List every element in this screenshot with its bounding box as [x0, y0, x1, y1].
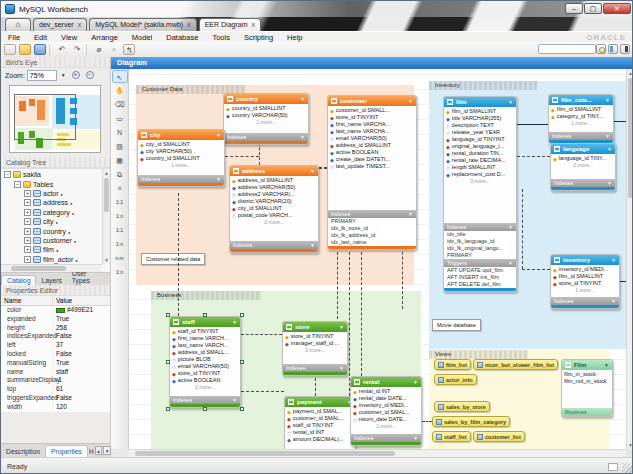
tree-expander-icon[interactable]: + — [24, 246, 31, 253]
diagram-canvas[interactable]: Customer DataInventoryBusinessViewscount… — [129, 69, 626, 449]
tree-expander-icon[interactable]: + — [24, 256, 31, 263]
collapse-icon[interactable]: ▼ — [604, 362, 609, 368]
table-figure-store[interactable]: store▼◆store_id TINYINT◆manager_staff_id… — [282, 321, 348, 376]
table-figure-country[interactable]: country▼◆country_id SMALLINT◆country VAR… — [223, 93, 309, 145]
tool-hand-icon[interactable]: ✋ — [112, 84, 128, 97]
tab-dev-server[interactable]: dev_serverx — [33, 18, 87, 31]
tree-item-category[interactable]: +category — [1, 208, 102, 217]
view-figure-nicer_but_slower_film_list[interactable]: nicer_but_slower_film_list — [473, 359, 558, 370]
tool-routine-group-icon[interactable]: ≡ — [112, 182, 128, 195]
table-figure-staff[interactable]: staff▼◆staff_id TINYINT◆first_name VARCH… — [169, 316, 241, 408]
more-columns-label[interactable]: 2 more... — [551, 162, 615, 169]
table-header[interactable]: payment▼ — [285, 397, 355, 407]
indexes-section-header[interactable]: Indexes▼ — [444, 223, 516, 231]
tree-item-customer[interactable]: +customer — [1, 236, 102, 245]
toggle-grid-icon[interactable]: ▫ — [108, 44, 120, 55]
indexes-section-header[interactable]: Indexes▼ — [549, 132, 613, 140]
property-row[interactable]: triggersExpandedFalse — [1, 394, 110, 403]
more-columns-label[interactable]: 3 more... — [444, 178, 516, 185]
collapse-icon[interactable]: ▼ — [605, 132, 610, 140]
table-figure-customer[interactable]: customer▼◆customer_id SMALL...◆store_id … — [327, 95, 417, 250]
collapse-icon[interactable]: ▼ — [508, 99, 513, 105]
home-tab[interactable]: ⌂ — [5, 18, 31, 31]
property-row[interactable]: manualSizingTrue — [1, 359, 110, 368]
indexes-section-header[interactable]: Indexes▼ — [351, 434, 421, 442]
tool-rel-1-n-non-id-icon[interactable]: 1:n — [112, 210, 128, 223]
collapse-icon[interactable]: ▼ — [216, 132, 221, 138]
birds-eye-minimap[interactable] — [9, 85, 101, 153]
view-figure-staff_list[interactable]: staff_list — [432, 431, 471, 442]
table-header[interactable]: staff▼ — [170, 317, 240, 327]
new-page-icon[interactable]: ↰ — [123, 44, 135, 55]
property-row[interactable]: top61 — [1, 385, 110, 394]
collapse-icon[interactable]: ▼ — [339, 364, 344, 372]
tree-item-city[interactable]: +city — [1, 217, 102, 226]
more-columns-label[interactable]: 1 more... — [224, 119, 308, 126]
note-customer-related-data[interactable]: Customer related data — [141, 253, 205, 265]
tree-expander-icon[interactable]: + — [24, 199, 31, 206]
menu-arrange[interactable]: Arrange — [84, 33, 125, 42]
indexes-section-header[interactable]: Indexes▼ — [283, 364, 347, 372]
more-columns-label[interactable]: 1 more... — [551, 287, 619, 294]
collapse-icon[interactable]: ▼ — [611, 297, 616, 305]
tree-expander-icon[interactable]: + — [24, 237, 31, 244]
more-columns-label[interactable]: 2 more... — [283, 347, 347, 354]
tree-item-film_actor[interactable]: +film_actor — [1, 255, 102, 264]
redo-icon[interactable]: ↷ — [71, 44, 83, 55]
tool-eraser-icon[interactable]: ⌫ — [112, 98, 128, 111]
tool-layer-icon[interactable]: ▭ — [112, 112, 128, 125]
indexes-section-header[interactable]: Indexes▼ — [224, 133, 308, 141]
indexes-section-header[interactable]: Indexes▼ — [138, 175, 224, 183]
table-header[interactable]: language▼ — [551, 144, 615, 154]
table-header[interactable]: film_cate...▼ — [549, 95, 613, 105]
minimap-viewport[interactable] — [14, 94, 76, 140]
tree-item-address[interactable]: +address — [1, 198, 102, 207]
tool-rel-1-1-icon[interactable]: 1:1 — [112, 224, 128, 237]
zoom-select[interactable]: 75% — [27, 70, 57, 81]
property-row[interactable]: left37 — [1, 341, 110, 350]
tree-item-film[interactable]: +film — [1, 245, 102, 254]
indexes-section-header[interactable]: Indexes▼ — [230, 241, 318, 249]
diagram-horizontal-scrollbar[interactable] — [129, 449, 626, 457]
selection-handle[interactable] — [203, 407, 207, 411]
zoom-dropdown-icon[interactable]: ▼ — [59, 70, 68, 81]
maximize-button[interactable]: ▢ — [584, 3, 602, 14]
resize-grip[interactable] — [622, 463, 632, 473]
collapse-icon[interactable]: ▼ — [508, 223, 513, 231]
collapse-icon[interactable]: ▼ — [310, 168, 315, 174]
history-back-icon[interactable]: ▲ — [95, 446, 103, 455]
diagram-title-bar[interactable]: Diagram — [111, 57, 633, 69]
collapse-icon[interactable]: ▼ — [413, 434, 418, 442]
menu-file[interactable]: File — [1, 33, 27, 42]
table-header[interactable]: address▼ — [230, 166, 318, 176]
table-figure-address[interactable]: address▼◆address_id SMALLINT◆address VAR… — [229, 165, 319, 253]
tool-table-icon[interactable]: ▦ — [112, 154, 128, 167]
new-document-icon[interactable] — [4, 44, 16, 55]
table-figure-language[interactable]: language▼◆language_id TINY...2 more...In… — [550, 143, 616, 191]
more-columns-label[interactable]: 1 more... — [549, 120, 613, 127]
table-figure-rental[interactable]: rental▼◆rental_id INT◆rental_date DATE..… — [350, 376, 422, 446]
selection-handle[interactable] — [166, 313, 170, 317]
search-input[interactable] — [538, 44, 596, 54]
collapse-icon[interactable]: ▼ — [413, 379, 418, 385]
tool-rel-1-n-existing-icon[interactable]: 1:n — [112, 266, 128, 279]
bottom-tab-description[interactable]: Description — [1, 446, 45, 457]
tool-rel-n-m-icon[interactable]: n:m — [112, 252, 128, 265]
tab-mysql-model-sakila-mwb-[interactable]: MySQL Model* (sakila.mwb)x — [89, 18, 197, 31]
note-movie-database[interactable]: Movie database — [432, 319, 481, 331]
collapse-icon[interactable]: ▼ — [339, 324, 344, 330]
selection-handle[interactable] — [166, 407, 170, 411]
sidebar-tab-layers[interactable]: Layers — [36, 276, 66, 285]
tool-rel-1-1-non-id-icon[interactable]: 1:1 — [112, 196, 128, 209]
tool-rel-1-n-icon[interactable]: 1:n — [112, 238, 128, 251]
sidebar-tab-catalog[interactable]: Catalog — [1, 275, 36, 285]
collapse-icon[interactable]: ▼ — [232, 319, 237, 325]
minimize-button[interactable]: – — [565, 3, 583, 14]
menu-tools[interactable]: Tools — [205, 33, 237, 42]
table-header[interactable]: store▼ — [283, 322, 347, 332]
view-figure-customer_list[interactable]: customer_list — [473, 431, 525, 442]
collapse-icon[interactable]: ▼ — [605, 97, 610, 103]
property-row[interactable]: lockedFalse — [1, 350, 110, 359]
menu-edit[interactable]: Edit — [27, 33, 54, 42]
table-header[interactable]: city▼ — [138, 130, 224, 140]
